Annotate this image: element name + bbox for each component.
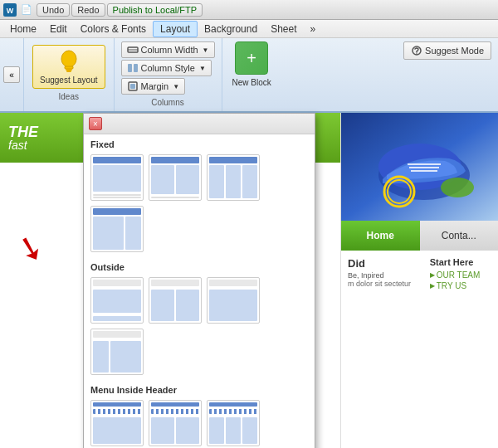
menu-home[interactable]: Home	[3, 22, 43, 37]
section-mih-title: Menu Inside Header	[90, 385, 308, 395]
svg-rect-3	[65, 66, 73, 69]
title-bar-icons: W 📄	[3, 3, 33, 17]
layout-close-button[interactable]: ×	[89, 117, 102, 130]
footer-right: Start Here OUR TEAM TRY US	[430, 257, 491, 292]
layout-item[interactable]	[90, 206, 144, 252]
ribbon: « Suggest Layout Ideas C	[0, 38, 498, 113]
nav-contact-button[interactable]: Conta...	[420, 221, 499, 251]
layout-item[interactable]	[90, 400, 144, 446]
footer-columns: Did Be, Inpired m dolor sit sectetur Sta…	[348, 257, 491, 292]
layout-item[interactable]	[149, 154, 202, 201]
column-style-row: Column Style ▼	[121, 60, 215, 76]
layout-section-fixed: Fixed	[84, 134, 315, 257]
menu-layout[interactable]: Layout	[153, 21, 198, 37]
layout-grid-mih	[90, 400, 308, 448]
main-area: THE fast ➘ × Fixed	[0, 113, 498, 448]
layout-section-mih: Menu Inside Header	[84, 380, 315, 448]
layout-grid-outside	[90, 277, 308, 375]
svg-point-2	[61, 51, 76, 67]
svg-rect-5	[66, 71, 71, 72]
suggest-layout-button[interactable]: Suggest Layout	[32, 45, 105, 89]
layout-item[interactable]	[207, 400, 260, 446]
site-nav: Home Conta...	[341, 221, 498, 251]
file-icon: 📄	[20, 3, 33, 17]
suggest-layout-label: Suggest Layout	[40, 75, 98, 85]
layout-panel-header: ×	[84, 114, 315, 134]
shoes-image	[341, 113, 498, 221]
menu-colors-fonts[interactable]: Colors & Fonts	[74, 22, 153, 37]
title-actions: Undo Redo Publish to Local/FTP	[37, 3, 203, 17]
svg-point-20	[441, 178, 474, 197]
layout-item[interactable]	[90, 277, 144, 324]
svg-rect-8	[128, 64, 132, 72]
layout-item[interactable]	[207, 154, 260, 201]
menu-edit[interactable]: Edit	[43, 22, 74, 37]
suggest-mode-button[interactable]: Suggest Mode	[403, 41, 491, 60]
site-partial: Home Conta... Did Be, Inpired m dolor si…	[340, 113, 498, 448]
column-style-button[interactable]: Column Style ▼	[121, 60, 212, 76]
margin-row: Margin ▼	[121, 78, 215, 95]
footer-left: Did Be, Inpired m dolor sit sectetur	[348, 257, 423, 292]
layout-item[interactable]	[90, 329, 144, 375]
menu-sheet[interactable]: Sheet	[264, 22, 303, 37]
undo-button[interactable]: Undo	[37, 3, 70, 17]
preview-line2: fast	[8, 139, 38, 151]
footer-be-inspired: Be, Inpired	[348, 271, 423, 280]
layout-grid-fixed	[90, 154, 308, 252]
svg-rect-4	[66, 69, 72, 71]
columns-group: Column Width ▼ Column Style ▼ Margin	[115, 38, 222, 111]
arrow-indicator: ➘	[12, 226, 50, 270]
layout-item[interactable]	[207, 277, 260, 324]
layout-section-outside: Outside	[84, 257, 315, 380]
footer-body-text: m dolor sit sectetur	[348, 280, 423, 290]
columns-label: Columns	[121, 96, 215, 107]
menu-bar: Home Edit Colors & Fonts Layout Backgrou…	[0, 20, 498, 38]
title-bar: W 📄 Undo Redo Publish to Local/FTP	[0, 0, 498, 20]
app-icon: W	[3, 3, 17, 17]
suggest-layout-group: Suggest Layout Ideas	[24, 38, 115, 111]
svg-rect-11	[130, 84, 135, 89]
margin-button[interactable]: Margin ▼	[121, 78, 186, 95]
layout-item[interactable]	[149, 400, 202, 446]
layout-item[interactable]	[90, 154, 144, 201]
svg-point-13	[416, 53, 417, 55]
new-block-button[interactable]: +	[235, 41, 268, 75]
our-team-link[interactable]: OUR TEAM	[430, 270, 491, 280]
new-block-group: + New Block	[222, 38, 281, 111]
menu-background[interactable]: Background	[198, 22, 264, 37]
column-width-row: Column Width ▼	[121, 41, 215, 58]
redo-button[interactable]: Redo	[71, 3, 105, 17]
menu-more[interactable]: »	[304, 22, 323, 37]
nav-home-button[interactable]: Home	[341, 221, 420, 251]
svg-rect-9	[134, 64, 138, 72]
new-block-label: New Block	[232, 78, 271, 87]
try-us-link[interactable]: TRY US	[430, 281, 491, 290]
suggest-mode-group: Suggest Mode	[397, 38, 498, 111]
ideas-label: Ideas	[59, 92, 79, 101]
preview-text: THE fast	[8, 124, 38, 151]
section-outside-title: Outside	[90, 262, 308, 272]
layout-item[interactable]	[149, 277, 202, 324]
site-footer: Did Be, Inpired m dolor sit sectetur Sta…	[341, 251, 498, 299]
layout-panel: × Fixed	[83, 113, 315, 448]
preview-line1: THE	[8, 124, 38, 139]
column-width-button[interactable]: Column Width ▼	[121, 41, 215, 58]
svg-text:W: W	[7, 7, 14, 15]
section-fixed-title: Fixed	[90, 139, 308, 149]
footer-did-text: Did	[348, 257, 423, 270]
publish-button[interactable]: Publish to Local/FTP	[107, 3, 203, 17]
footer-right-title: Start Here	[430, 257, 491, 267]
expand-button[interactable]: «	[3, 66, 20, 83]
lightbulb-icon	[56, 49, 82, 75]
